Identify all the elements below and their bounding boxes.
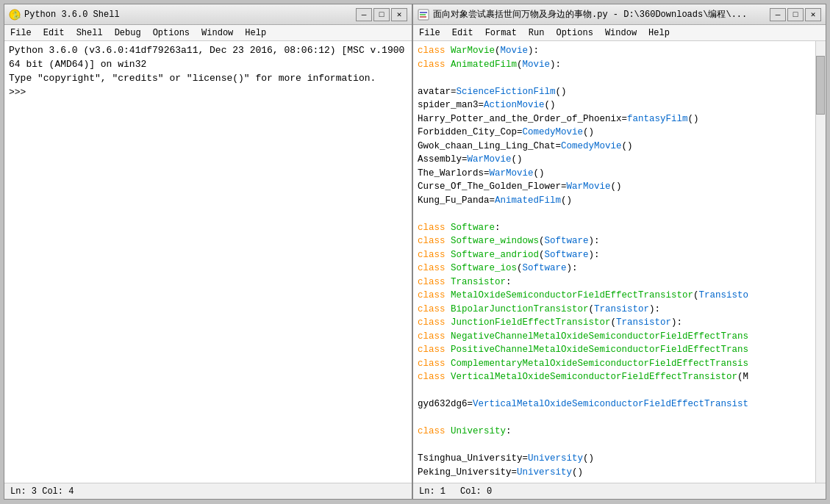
editor-icon: [418, 9, 429, 21]
editor-content-area[interactable]: class WarMovie(Movie): class AnimatedFil…: [413, 41, 826, 483]
svg-text:🐍: 🐍: [12, 10, 21, 20]
editor-status-bar: Ln: 1 Col: 0: [413, 483, 826, 499]
shell-menu-debug[interactable]: Debug: [109, 26, 147, 40]
editor-window: 面向对象尝试裹括世间万物及身边的事物.py - D:\360Downloads\…: [412, 4, 826, 500]
editor-menu-bar: File Edit Format Run Options Window Help: [413, 25, 826, 41]
shell-status-ln: Ln: 3 Col: 4: [10, 486, 74, 497]
shell-close-btn[interactable]: ✕: [391, 8, 407, 21]
editor-menu-format[interactable]: Format: [479, 26, 523, 40]
editor-title-text: 面向对象尝试裹括世间万物及身边的事物.py - D:\360Downloads\…: [433, 8, 770, 21]
shell-menu-bar: File Edit Shell Debug Options Window Hel…: [4, 25, 412, 41]
shell-title-text: Python 3.6.0 Shell: [24, 10, 356, 20]
shell-menu-edit[interactable]: Edit: [37, 26, 71, 40]
shell-icon: 🐍: [9, 9, 21, 21]
shell-content-area[interactable]: Python 3.6.0 (v3.6.0:41df79263a11, Dec 2…: [4, 41, 412, 483]
editor-status-col: Col: 0: [460, 486, 492, 497]
editor-title-bar[interactable]: 面向对象尝试裹括世间万物及身边的事物.py - D:\360Downloads\…: [413, 4, 826, 25]
shell-window-controls[interactable]: — □ ✕: [356, 8, 407, 21]
scrollbar-thumb[interactable]: [816, 56, 825, 115]
editor-status-ln: Ln: 1: [419, 486, 446, 497]
shell-title-bar[interactable]: 🐍 Python 3.6.0 Shell — □ ✕: [4, 4, 412, 25]
editor-close-btn[interactable]: ✕: [805, 8, 821, 21]
shell-maximize-btn[interactable]: □: [373, 8, 390, 21]
editor-menu-window[interactable]: Window: [599, 26, 643, 40]
shell-menu-help[interactable]: Help: [239, 26, 272, 40]
editor-minimize-btn[interactable]: —: [770, 8, 786, 21]
shell-status-bar: Ln: 3 Col: 4: [4, 483, 412, 499]
shell-menu-file[interactable]: File: [4, 26, 37, 40]
editor-menu-file[interactable]: File: [413, 26, 446, 40]
shell-window: 🐍 Python 3.6.0 Shell — □ ✕ File Edit She…: [4, 4, 412, 500]
editor-menu-help[interactable]: Help: [643, 26, 676, 40]
shell-output: Python 3.6.0 (v3.6.0:41df79263a11, Dec 2…: [4, 41, 412, 483]
editor-maximize-btn[interactable]: □: [787, 8, 804, 21]
shell-menu-options[interactable]: Options: [147, 26, 196, 40]
editor-window-controls[interactable]: — □ ✕: [770, 8, 821, 21]
editor-scrollbar[interactable]: [815, 41, 826, 483]
code-editor[interactable]: class WarMovie(Movie): class AnimatedFil…: [413, 41, 815, 483]
shell-menu-window[interactable]: Window: [196, 26, 239, 40]
editor-menu-run[interactable]: Run: [523, 26, 551, 40]
editor-menu-edit[interactable]: Edit: [446, 26, 479, 40]
shell-minimize-btn[interactable]: —: [356, 8, 372, 21]
editor-menu-options[interactable]: Options: [550, 26, 598, 40]
shell-menu-shell[interactable]: Shell: [71, 26, 109, 40]
